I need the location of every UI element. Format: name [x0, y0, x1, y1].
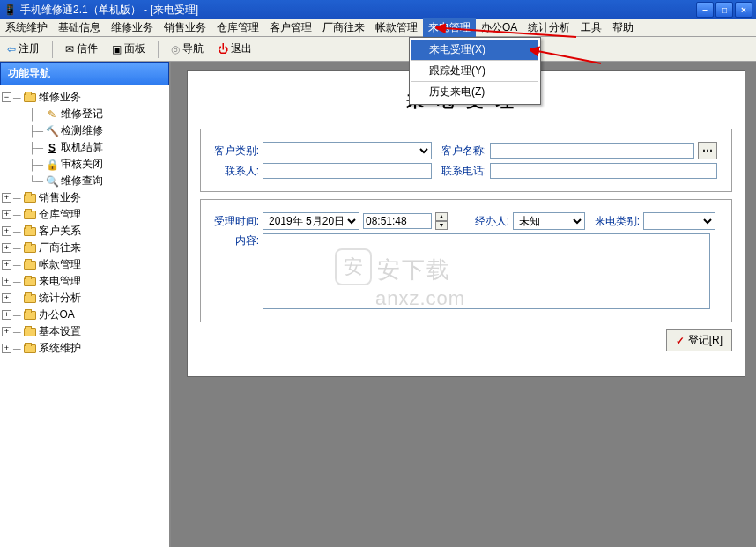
label-cust-type: 客户类别: — [208, 144, 259, 159]
folder-icon — [23, 326, 37, 338]
dropdown-item-track[interactable]: 跟踪处理(Y) — [411, 61, 538, 82]
register-button[interactable]: ✓登记[R] — [666, 329, 732, 351]
tree-item-settle[interactable]: ├─S取机结算 — [2, 139, 167, 156]
tree-accounts[interactable]: +─帐款管理 — [2, 256, 167, 273]
expand-icon[interactable]: + — [2, 293, 11, 303]
toolbar-letter[interactable]: ✉信件 — [62, 40, 101, 58]
toolbar-panel[interactable]: ▣面板 — [108, 40, 149, 58]
tree-item-audit[interactable]: ├─🔒审核关闭 — [2, 156, 167, 173]
label-call-type: 来电类别: — [589, 214, 640, 229]
menu-repair[interactable]: 维修业务 — [106, 18, 159, 37]
menu-customer[interactable]: 客户管理 — [264, 18, 317, 37]
content-area: 来电受理 客户类别: 客户名称: ⋯ 联系人: 联系电话: — [171, 62, 756, 547]
hammer-icon: 🔨 — [45, 125, 59, 137]
menu-system[interactable]: 系统维护 — [0, 18, 53, 37]
annotation-arrow-icon — [435, 19, 585, 44]
call-form-panel: 来电受理 客户类别: 客户名称: ⋯ 联系人: 联系电话: — [187, 70, 745, 377]
contact-input[interactable] — [263, 163, 432, 179]
maximize-button[interactable]: □ — [715, 2, 733, 18]
minimize-button[interactable]: – — [696, 2, 714, 18]
tree-vendor[interactable]: +─厂商往来 — [2, 240, 167, 256]
chevron-up-icon[interactable]: ▲ — [435, 212, 448, 221]
date-picker[interactable]: 2019年 5月20日 — [263, 212, 359, 230]
cust-lookup-button[interactable]: ⋯ — [698, 142, 717, 159]
tree-sales[interactable]: +─销售业务 — [2, 189, 167, 206]
tree-item-register[interactable]: ├─✎维修登记 — [2, 106, 167, 122]
cust-name-input[interactable] — [490, 143, 694, 159]
nav-tree: −─维修业务 ├─✎维修登记 ├─🔨检测维修 ├─S取机结算 ├─🔒审核关闭 └… — [0, 85, 169, 547]
content-textarea[interactable] — [263, 233, 710, 309]
panel-icon: ▣ — [112, 43, 122, 55]
expand-icon[interactable]: + — [2, 344, 11, 353]
folder-icon — [23, 309, 37, 322]
tree-call[interactable]: +─来电管理 — [2, 273, 167, 290]
sidebar: 功能导航 −─维修业务 ├─✎维修登记 ├─🔨检测维修 ├─S取机结算 ├─🔒审… — [0, 62, 171, 547]
tree-settings[interactable]: +─基本设置 — [2, 323, 167, 340]
folder-icon — [23, 92, 37, 104]
tree-warehouse[interactable]: +─仓库管理 — [2, 206, 167, 223]
folder-icon — [23, 276, 37, 288]
tree-oa[interactable]: +─办公OA — [2, 307, 167, 323]
toolbar-register[interactable]: ⇦注册 — [4, 40, 43, 58]
time-spinner[interactable]: ▲▼ — [435, 212, 448, 230]
expand-icon[interactable]: + — [2, 260, 11, 270]
phone-input[interactable] — [490, 163, 717, 179]
lock-icon: 🔒 — [45, 159, 59, 171]
menu-vendor[interactable]: 厂商往来 — [317, 18, 370, 37]
window-title: 手机维修通2.1（单机版） - [来电受理] — [20, 3, 198, 18]
folder-icon — [23, 292, 37, 305]
expand-icon[interactable]: + — [2, 226, 11, 236]
label-cust-name: 客户名称: — [435, 144, 486, 159]
call-type-select[interactable] — [643, 212, 715, 230]
expand-icon[interactable]: + — [2, 243, 11, 253]
envelope-icon: ✉ — [65, 43, 74, 55]
tree-item-inspect[interactable]: ├─🔨检测维修 — [2, 122, 167, 139]
expand-icon[interactable]: + — [2, 193, 11, 203]
handler-select[interactable]: 未知 — [513, 212, 585, 230]
tree-sysmaint[interactable]: +─系统维护 — [2, 340, 167, 357]
expand-icon[interactable]: + — [2, 310, 11, 320]
folder-icon — [23, 192, 37, 204]
folder-icon — [23, 225, 37, 238]
dropdown-item-history[interactable]: 历史来电(Z) — [411, 82, 538, 102]
app-icon: 📱 — [4, 4, 17, 16]
arrow-left-icon: ⇦ — [7, 43, 16, 55]
expand-icon[interactable]: + — [2, 210, 11, 219]
detail-fieldset: 受理时间: 2019年 5月20日 ▲▼ 经办人: 未知 来电类别: 内容: — [200, 199, 732, 322]
tree-stats[interactable]: +─统计分析 — [2, 290, 167, 307]
menubar: 系统维护 基础信息 维修业务 销售业务 仓库管理 客户管理 厂商往来 帐款管理 … — [0, 19, 756, 37]
svg-line-0 — [444, 28, 576, 37]
customer-fieldset: 客户类别: 客户名称: ⋯ 联系人: 联系电话: — [200, 129, 732, 192]
chevron-down-icon[interactable]: ▼ — [435, 221, 448, 230]
tree-customer[interactable]: +─客户关系 — [2, 223, 167, 240]
tree-item-query[interactable]: └─🔍维修查询 — [2, 173, 167, 189]
menu-basicinfo[interactable]: 基础信息 — [53, 18, 106, 37]
close-button[interactable]: × — [735, 2, 752, 18]
check-icon: ✓ — [676, 335, 685, 347]
menu-call-dropdown: 来电受理(X) 跟踪处理(Y) 历史来电(Z) — [409, 37, 541, 105]
toolbar-nav[interactable]: ◎导航 — [167, 40, 207, 58]
label-content: 内容: — [208, 233, 259, 248]
menu-sales[interactable]: 销售业务 — [159, 18, 211, 37]
tree-root-repair[interactable]: −─维修业务 — [2, 89, 167, 106]
time-input[interactable] — [363, 213, 432, 229]
pencil-icon: ✎ — [45, 108, 59, 121]
s-icon: S — [45, 142, 59, 154]
toolbar-exit[interactable]: ⏻退出 — [214, 40, 256, 58]
search-icon: 🔍 — [45, 175, 59, 188]
toolbar: ⇦注册 ✉信件 ▣面板 ◎导航 ⏻退出 — [0, 37, 756, 62]
folder-icon — [23, 242, 37, 255]
menu-warehouse[interactable]: 仓库管理 — [211, 18, 264, 37]
expand-icon[interactable]: + — [2, 277, 11, 286]
power-icon: ⏻ — [218, 43, 228, 55]
annotation-arrow-icon — [530, 44, 610, 69]
label-phone: 联系电话: — [435, 164, 486, 179]
folder-icon — [23, 209, 37, 221]
menu-accounts[interactable]: 帐款管理 — [370, 18, 423, 37]
expand-icon[interactable]: + — [2, 327, 11, 336]
collapse-icon[interactable]: − — [2, 92, 11, 102]
menu-help[interactable]: 帮助 — [607, 18, 639, 37]
label-contact: 联系人: — [208, 164, 259, 179]
cust-type-select[interactable] — [263, 142, 432, 159]
label-accept-time: 受理时间: — [208, 214, 259, 229]
